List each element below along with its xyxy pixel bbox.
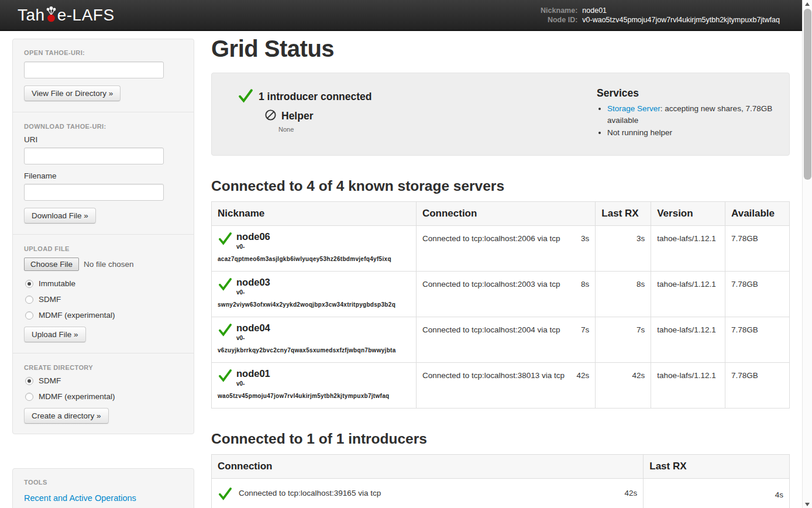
node-meta: Nickname: node01 Node ID: v0-wao5tzv45pm… [541, 6, 780, 24]
upload-file-section: UPLOAD FILE Choose File No file chosen I… [24, 245, 183, 342]
storage-row: node01 v0- wao5tzv45pmoju47jow7rvl4ukirj… [212, 362, 790, 408]
helper-disabled-icon [264, 109, 277, 123]
node-id-label: Node ID: [541, 16, 577, 24]
create-directory-section: CREATE DIRECTORY SDMF MDMF (experimental… [24, 364, 183, 424]
server-nodeid: v6zuyjkbrrkqy2bvc2cny7qwax5sxumedsxfzfjw… [218, 343, 410, 354]
connection-summary: Connected to tcp:localhost:2004 via tcp [422, 325, 560, 334]
connected-check-icon [218, 229, 236, 252]
connected-check-icon [218, 321, 236, 343]
col-intro-connection: Connection [212, 454, 644, 478]
radio-icon[interactable] [25, 311, 33, 320]
download-filename-input[interactable] [24, 184, 164, 201]
helper-status-text: Helper [281, 110, 313, 122]
create-directory-button[interactable]: Create a directory » [24, 408, 109, 424]
service-item: Not running helper [607, 127, 775, 139]
available-value: 7.78GB [725, 362, 790, 408]
service-link[interactable]: Storage Server [607, 104, 660, 113]
nickname-value: node01 [582, 6, 780, 15]
connection-summary: Connected to tcp:localhost:39165 via tcp [239, 489, 381, 497]
page-title: Grid Status [211, 36, 790, 62]
download-uri-section: DOWNLOAD TAHOE-URI: URI Filename Downloa… [24, 123, 183, 224]
connection-since: 42s [577, 371, 590, 380]
upload-file-button[interactable]: Upload File » [24, 327, 86, 342]
connection-since: 8s [581, 280, 589, 289]
download-uri-label: DOWNLOAD TAHOE-URI: [24, 123, 183, 130]
server-nickname: node06 [218, 229, 410, 243]
open-uri-input[interactable] [24, 61, 164, 78]
radio-option-label: SDMF [39, 295, 61, 304]
choose-file-button[interactable]: Choose File [24, 258, 79, 271]
sidebar-divider [13, 112, 194, 112]
version-value: tahoe-lafs/1.12.1 [651, 317, 725, 362]
available-value: 7.78GB [725, 271, 790, 317]
radio-option-label: MDMF (experimental) [39, 392, 115, 401]
radio-icon[interactable] [25, 280, 33, 288]
server-nickname: node04 [218, 321, 410, 334]
open-uri-section: OPEN TAHOE-URI: View File or Directory » [24, 49, 183, 101]
introducer-row: Connected to tcp:localhost:39165 via tcp… [212, 478, 790, 508]
last-rx-value: 42s [596, 362, 651, 408]
radio-option[interactable]: SDMF [25, 295, 183, 304]
nickname-label: Nickname: [541, 6, 577, 15]
service-item: Storage Server: accepting new shares, 7.… [607, 103, 775, 126]
introducer-status-text: 1 introducer connected [259, 91, 372, 103]
scrollbar-up-arrow[interactable] [803, 0, 812, 8]
col-available: Available [725, 201, 790, 225]
scrollbar-down-arrow[interactable] [803, 500, 812, 508]
available-value: 7.78GB [725, 317, 790, 362]
recent-operations-link[interactable]: Recent and Active Operations [24, 493, 136, 503]
server-nodeid-prefix: v0- [218, 243, 410, 250]
last-rx-value: 8s [596, 271, 651, 317]
col-intro-last-rx: Last RX [644, 454, 790, 478]
scrollbar[interactable] [802, 0, 812, 508]
view-file-button[interactable]: View File or Directory » [24, 85, 121, 101]
radio-option[interactable]: MDMF (experimental) [25, 392, 183, 401]
service-text: Not running helper [607, 128, 672, 137]
uri-field-label: URI [24, 135, 183, 144]
storage-table-header-row: Nickname Connection Last RX Version Avai… [212, 201, 790, 225]
server-nodeid-prefix: v0- [218, 289, 410, 296]
services-title: Services [597, 87, 775, 99]
radio-icon[interactable] [25, 393, 33, 401]
services-panel: Services Storage Server: accepting new s… [597, 87, 775, 140]
introducers-table-body: Connected to tcp:localhost:39165 via tcp… [212, 478, 790, 508]
main-content: Grid Status 1 introducer connected Helpe… [211, 31, 790, 508]
version-value: tahoe-lafs/1.12.1 [651, 271, 725, 317]
tahoe-lafs-logo: Tah e-LAFS [18, 6, 115, 25]
scrollbar-thumb[interactable] [804, 9, 811, 180]
storage-servers-heading: Connected to 4 of 4 known storage server… [211, 178, 790, 194]
tools-label: TOOLS [24, 479, 183, 486]
col-nickname: Nickname [212, 201, 417, 225]
download-file-button[interactable]: Download File » [24, 208, 96, 224]
connection-summary: Connected to tcp:localhost:38013 via tcp [422, 371, 565, 380]
logo-text-suffix: e-LAFS [57, 6, 115, 25]
last-rx-value: 7s [596, 317, 651, 362]
radio-option[interactable]: Immutable [25, 279, 183, 288]
radio-icon[interactable] [25, 296, 33, 304]
helper-detail-text: None [278, 126, 597, 133]
col-last-rx: Last RX [596, 201, 651, 225]
version-value: tahoe-lafs/1.12.1 [651, 225, 725, 271]
connection-since: 7s [581, 325, 589, 334]
upload-file-label: UPLOAD FILE [24, 245, 183, 252]
server-nickname: node03 [218, 275, 410, 289]
storage-row: node03 v0- swny2viyw63ofxwi4x2yykd2woqjb… [212, 271, 790, 317]
radio-option[interactable]: MDMF (experimental) [25, 311, 183, 320]
upload-format-radio-group: Immutable SDMF MDMF (experimental) [24, 279, 183, 320]
radio-option-label: Immutable [39, 279, 75, 288]
file-chosen-status: No file chosen [84, 260, 134, 269]
radio-icon[interactable] [25, 377, 33, 385]
introducer-check-icon [238, 87, 254, 106]
download-uri-input[interactable] [24, 147, 164, 164]
radio-option[interactable]: SDMF [25, 376, 183, 385]
available-value: 7.78GB [725, 225, 790, 271]
connection-summary: Connected to tcp:localhost:2003 via tcp [422, 280, 560, 289]
connection-summary: Connected to tcp:localhost:2006 via tcp [422, 234, 560, 243]
server-nodeid-prefix: v0- [218, 380, 410, 387]
server-nodeid: acaz7qptmeo6m3asjlgkb6iwlyuqey53hz26tbdm… [218, 252, 410, 263]
storage-row: node04 v0- v6zuyjkbrrkqy2bvc2cny7qwax5sx… [212, 317, 790, 362]
col-version: Version [651, 201, 725, 225]
open-uri-label: OPEN TAHOE-URI: [24, 49, 183, 56]
connection-since: 42s [624, 489, 637, 497]
introducers-table-header-row: Connection Last RX [212, 454, 790, 478]
